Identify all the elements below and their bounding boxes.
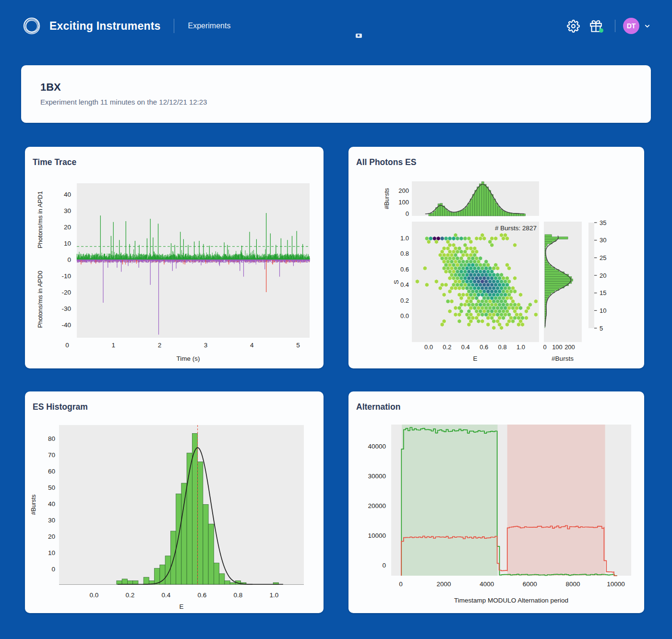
- svg-text:0: 0: [399, 580, 403, 588]
- svg-text:0: 0: [406, 210, 409, 217]
- svg-text:20: 20: [48, 533, 55, 540]
- svg-text:60: 60: [48, 468, 55, 475]
- svg-text:0: 0: [51, 566, 55, 573]
- all-photons-es-chart: 0100200#Bursts# Bursts: 28271.00.80.60.4…: [348, 176, 644, 367]
- svg-text:1.0: 1.0: [400, 235, 409, 242]
- svg-text:0.6: 0.6: [400, 266, 409, 273]
- svg-text:0.2: 0.2: [443, 343, 451, 351]
- svg-text:35: 35: [600, 219, 606, 226]
- svg-text:5: 5: [600, 325, 603, 332]
- svg-text:0.2: 0.2: [400, 297, 409, 304]
- svg-text:200: 200: [398, 187, 409, 194]
- brand-name: Exciting Instruments: [49, 20, 160, 33]
- svg-text:Timestamp MODULO Alternation p: Timestamp MODULO Alternation period: [454, 597, 568, 604]
- svg-text:4: 4: [250, 342, 254, 349]
- svg-text:6000: 6000: [523, 580, 537, 588]
- settings-button[interactable]: [567, 20, 580, 33]
- svg-text:40: 40: [64, 191, 71, 198]
- alternation-chart: 0100002000030000400000200040006000800010…: [348, 418, 644, 610]
- time-trace-chart: 403020100-10-20-30-40012345Time (s)Photo…: [25, 176, 324, 367]
- svg-text:30: 30: [600, 237, 606, 244]
- svg-text:0.2: 0.2: [126, 592, 135, 599]
- svg-text:100: 100: [398, 199, 409, 206]
- svg-text:0.8: 0.8: [400, 250, 409, 257]
- svg-text:70: 70: [48, 451, 55, 459]
- settings-gear-icon: [567, 20, 580, 33]
- header-divider: [174, 19, 174, 33]
- all-photons-es-title: All Photons ES: [356, 157, 416, 167]
- brand: Exciting Instruments: [21, 15, 160, 36]
- svg-text:30: 30: [48, 517, 55, 524]
- app-header: Exciting Instruments Experiments DT: [0, 0, 672, 52]
- svg-text:Time (s): Time (s): [177, 355, 200, 362]
- es-histogram-title: ES Histogram: [33, 402, 88, 412]
- es-histogram-chart: 010203040506070800.00.20.40.60.81.0E#Bur…: [25, 418, 324, 610]
- svg-text:10: 10: [48, 549, 55, 556]
- svg-text:1: 1: [111, 342, 115, 349]
- svg-text:0.4: 0.4: [400, 281, 409, 288]
- svg-text:40: 40: [48, 500, 55, 508]
- chevron-down-icon[interactable]: [644, 23, 651, 30]
- svg-text:100: 100: [552, 343, 563, 351]
- svg-text:15: 15: [600, 289, 606, 296]
- svg-text:4000: 4000: [480, 580, 494, 588]
- svg-text:# Bursts: 2827: # Bursts: 2827: [495, 225, 537, 232]
- svg-text:80: 80: [48, 435, 55, 442]
- svg-text:1.0: 1.0: [270, 592, 279, 599]
- svg-text:40000: 40000: [368, 443, 386, 450]
- svg-text:30: 30: [64, 207, 71, 214]
- main-nav: Experiments: [188, 22, 230, 30]
- experiment-summary-card: 1BX Experiment length 11 minutes on the …: [21, 65, 651, 123]
- svg-text:-30: -30: [61, 305, 71, 312]
- svg-text:0: 0: [67, 256, 71, 263]
- svg-text:0.6: 0.6: [480, 343, 488, 351]
- svg-text:Photons/ms in APD1: Photons/ms in APD1: [36, 191, 44, 248]
- svg-text:10000: 10000: [368, 532, 386, 539]
- svg-text:0.0: 0.0: [424, 343, 433, 351]
- svg-text:0.0: 0.0: [90, 592, 99, 599]
- svg-text:10: 10: [600, 307, 606, 314]
- svg-text:Photons/ms in APD0: Photons/ms in APD0: [36, 271, 44, 328]
- logo-rings-icon: [21, 15, 42, 36]
- svg-text:30000: 30000: [368, 473, 386, 480]
- svg-text:E: E: [179, 603, 183, 610]
- svg-text:25: 25: [600, 254, 606, 261]
- nav-item-experiments[interactable]: Experiments: [188, 22, 230, 30]
- svg-text:0.4: 0.4: [162, 592, 171, 599]
- notification-dot: [599, 28, 603, 33]
- svg-text:0.8: 0.8: [498, 343, 507, 351]
- svg-text:S: S: [393, 280, 400, 284]
- alternation-title: Alternation: [356, 402, 400, 412]
- svg-text:50: 50: [48, 484, 55, 491]
- svg-text:0: 0: [65, 342, 69, 349]
- header-divider-2: [615, 20, 615, 32]
- svg-text:200: 200: [564, 343, 575, 351]
- all-photons-es-card: All Photons ES 0100200#Bursts# Bursts: 2…: [348, 147, 644, 368]
- svg-text:20: 20: [64, 224, 71, 231]
- svg-text:20000: 20000: [368, 502, 386, 509]
- svg-text:0.6: 0.6: [198, 592, 207, 599]
- svg-text:2000: 2000: [437, 580, 451, 588]
- time-trace-title: Time Trace: [33, 157, 76, 167]
- svg-text:0.8: 0.8: [234, 592, 243, 599]
- svg-text:#Bursts: #Bursts: [552, 355, 574, 362]
- svg-text:-10: -10: [61, 272, 71, 280]
- svg-text:0: 0: [543, 343, 546, 351]
- svg-text:8000: 8000: [565, 580, 580, 588]
- svg-text:E: E: [473, 355, 477, 362]
- svg-text:20: 20: [600, 272, 606, 279]
- ui-artifact-dot: [356, 34, 362, 38]
- svg-text:#Bursts: #Bursts: [30, 495, 37, 515]
- avatar[interactable]: DT: [623, 18, 639, 34]
- svg-text:5: 5: [296, 342, 300, 349]
- svg-text:#Bursts: #Bursts: [383, 188, 390, 209]
- svg-text:2: 2: [158, 342, 162, 349]
- alternation-card: Alternation 0100002000030000400000200040…: [348, 391, 644, 613]
- gift-button[interactable]: [589, 20, 602, 33]
- experiment-name: 1BX: [40, 81, 632, 94]
- svg-text:10000: 10000: [607, 580, 625, 588]
- svg-text:-20: -20: [61, 289, 71, 296]
- svg-text:10: 10: [64, 240, 71, 247]
- svg-text:1.0: 1.0: [516, 343, 525, 351]
- svg-text:3: 3: [204, 342, 208, 349]
